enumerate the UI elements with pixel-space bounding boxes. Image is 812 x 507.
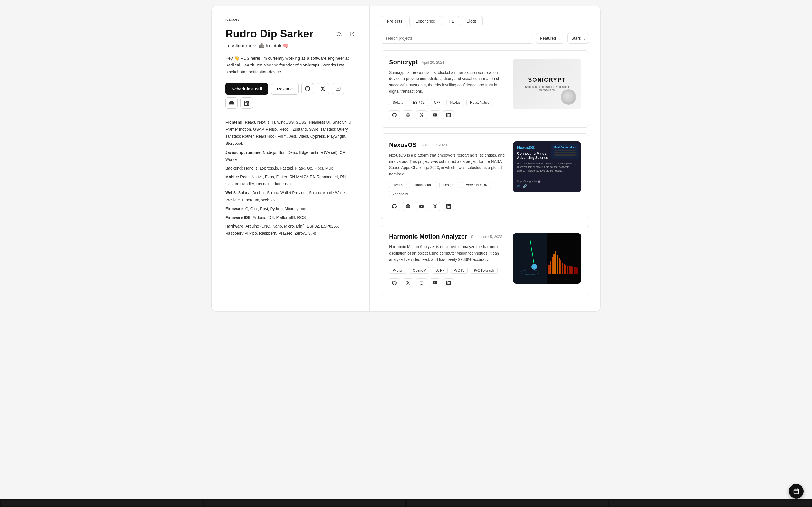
tags-row-sonicrypt: Solana ESP-32 C++ Next.js React Native — [389, 99, 507, 106]
firmware-ide-skill: Firmware IDE: Arduino IDE, PlatformIO, R… — [225, 214, 356, 221]
harmonic-linkedin-link[interactable] — [443, 278, 454, 287]
sonicrypt-visual: SONICRYPT Bring sound and sight to your … — [513, 59, 581, 109]
svg-rect-28 — [562, 263, 563, 274]
featured-filter-select[interactable]: Featured All — [536, 33, 564, 44]
company-name: Radical Health — [225, 62, 254, 67]
card-content-harmonic: Harmonic Motion Analyzer September 5, 20… — [389, 233, 507, 287]
search-input[interactable] — [381, 33, 533, 44]
svg-line-17 — [530, 240, 534, 265]
firmware-label: Firmware: — [225, 207, 244, 211]
sonicrypt-twitter-link[interactable] — [416, 110, 427, 119]
nexusos-youtube-link[interactable] — [416, 202, 427, 211]
theme-toggle-button[interactable] — [348, 30, 356, 38]
main-container: rdsx.dev Rudro Dip Sarker I gaslight roc… — [211, 6, 601, 312]
nexusos-line1 — [554, 151, 576, 151]
schedule-call-button[interactable]: Schedule a call — [225, 83, 268, 95]
rss-icon-button[interactable] — [336, 30, 343, 38]
globe-icon — [419, 281, 424, 285]
project-card-harmonic: Harmonic Motion Analyzer September 5, 20… — [381, 225, 589, 295]
name-row: Rudro Dip Sarker — [225, 28, 356, 40]
harmonic-youtube-link[interactable] — [430, 278, 441, 287]
calendar-icon — [793, 488, 799, 494]
tag-cpp: C++ — [430, 99, 444, 106]
tag-solana: Solana — [389, 99, 407, 106]
harmonic-github-link[interactable] — [389, 278, 400, 287]
js-runtime-skill: Javascript runtime: Node.js, Bun, Deno, … — [225, 149, 356, 163]
sort-filter-wrapper: Stars Date — [567, 33, 589, 44]
nexusos-twitter-link[interactable] — [430, 202, 441, 211]
svg-rect-21 — [550, 261, 551, 274]
card-title-nexusos: NexusOS — [389, 142, 417, 149]
svg-rect-26 — [559, 258, 560, 274]
svg-rect-36 — [575, 267, 576, 274]
sort-filter-select[interactable]: Stars Date — [567, 33, 589, 44]
firmware-value: C, C++, Rust, Python, Micropython — [245, 207, 306, 211]
nexusos-website-link[interactable] — [403, 202, 413, 211]
tabs-row: Projects Experience TIL Blogs — [381, 16, 589, 26]
nexusos-github-link[interactable] — [389, 202, 400, 211]
github-icon — [305, 86, 310, 91]
svg-rect-29 — [564, 264, 565, 274]
card-desc-nexusos: NexusOS is a platform that empowers rese… — [389, 152, 507, 177]
firmware-skill: Firmware: C, C++, Rust, Python, Micropyt… — [225, 205, 356, 212]
card-title-row-harmonic: Harmonic Motion Analyzer September 5, 20… — [389, 233, 507, 240]
hardware-label: Hardware: — [225, 224, 245, 228]
discord-icon — [229, 101, 234, 106]
nexusos-line2 — [554, 152, 576, 153]
tab-til[interactable]: TIL — [442, 16, 460, 26]
svg-point-0 — [338, 36, 338, 36]
harmonic-left-panel — [513, 233, 547, 284]
twitter-button[interactable] — [317, 83, 329, 94]
svg-point-19 — [520, 270, 540, 275]
svg-rect-22 — [552, 257, 553, 274]
tag-react-native: React Native — [466, 99, 493, 106]
sonicrypt-slogan: Bring sound and sight to your silent tra… — [524, 86, 569, 92]
linkedin-icon — [446, 281, 451, 285]
linkedin-button[interactable] — [241, 98, 253, 109]
sonicrypt-decorations-right: · · · · · +· · · · · ·· · · · · · — [569, 61, 578, 72]
twitter-icon — [419, 113, 424, 117]
svg-rect-10 — [336, 87, 340, 91]
globe-icon — [406, 113, 410, 117]
tag-scipy: SciPy — [432, 267, 448, 274]
site-url[interactable]: rdsx.dev — [225, 17, 356, 21]
tags-row-nexusos: Next.js Github octokit Postgres Vercel A… — [389, 182, 507, 198]
tag-vercel-ai: Vercel AI SDK — [462, 182, 491, 188]
tag-zenodo: Zenodo API — [389, 191, 414, 198]
card-date-nexusos: October 9, 2023 — [421, 143, 447, 147]
sonicrypt-website-link[interactable] — [403, 110, 413, 119]
discord-button[interactable] — [225, 98, 238, 109]
harmonic-twitter-link[interactable] — [403, 278, 413, 287]
harmonic-website-link[interactable] — [416, 278, 427, 287]
resume-button[interactable]: Resume — [271, 83, 299, 95]
tab-blogs[interactable]: Blogs — [461, 16, 483, 26]
search-filter-row: Featured All Stars Date — [381, 33, 589, 44]
sonicrypt-linkedin-link[interactable] — [443, 110, 454, 119]
svg-rect-34 — [572, 267, 573, 274]
tag-pyqt5-graph: PyQT5-graph — [470, 267, 498, 274]
tag-nextjs: Next.js — [446, 99, 464, 106]
github-button[interactable] — [301, 83, 314, 94]
email-button[interactable] — [332, 83, 344, 94]
nexusos-linkedin-link[interactable] — [443, 202, 454, 211]
mobile-skill: Mobile: React Native, Expo, Flutter, RN … — [225, 173, 356, 187]
rss-icon — [337, 31, 342, 37]
project-card-sonicrypt: Sonicrypt April 20, 2024 Sonicrypt is th… — [381, 50, 589, 128]
tab-projects[interactable]: Projects — [381, 16, 408, 26]
firmware-ide-label: Firmware IDE: — [225, 215, 252, 220]
nexusos-github-icon: ⌘ — [517, 184, 520, 188]
tab-experience[interactable]: Experience — [409, 16, 441, 26]
card-content-nexusos: NexusOS October 9, 2023 NexusOS is a pla… — [389, 142, 507, 211]
sonicrypt-youtube-link[interactable] — [430, 110, 441, 119]
hardware-skill: Hardware: Arduino (UNO, Nano, Micro, Min… — [225, 223, 356, 237]
github-icon — [392, 204, 397, 209]
fab-calendar[interactable] — [789, 484, 804, 499]
youtube-icon — [419, 204, 424, 209]
youtube-icon — [433, 113, 437, 117]
tags-row-harmonic: Python OpenCV SciPy PyQT5 PyQT5-graph — [389, 267, 507, 274]
name-heading: Rudro Dip Sarker — [225, 28, 313, 40]
sonicrypt-decorations: + · · · · ·· · · · · ·· · · · · · — [516, 61, 524, 72]
card-image-nexusos: NexusOS Connecting Minds,Advancing Scien… — [513, 142, 581, 192]
sonicrypt-github-link[interactable] — [389, 110, 400, 119]
svg-rect-24 — [555, 251, 556, 274]
